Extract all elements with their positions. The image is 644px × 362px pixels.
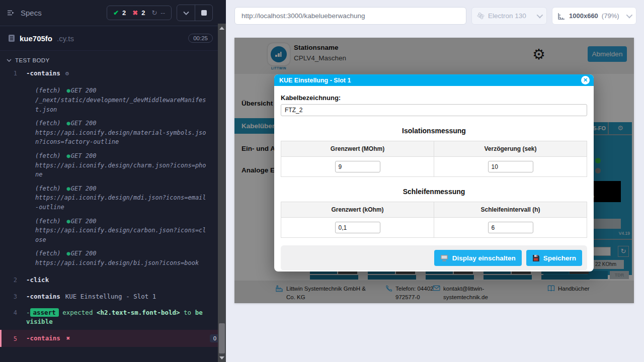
status-dot: ● [67, 87, 70, 94]
specs-icon[interactable] [7, 9, 16, 17]
loop-section-title: Schleifenmessung [281, 188, 587, 196]
command-row[interactable]: 1 -contains⚙ [0, 65, 226, 81]
verzoegerung-input[interactable] [488, 161, 533, 172]
fail-x-icon: ✖ [66, 334, 70, 342]
grenzwert-mohm-input[interactable] [335, 161, 380, 172]
column-header: Grenzwert (MOhm) [281, 141, 434, 157]
fetch-log[interactable]: (fetch)●GET 200 https://api.iconify.desi… [35, 217, 209, 245]
fetch-log[interactable]: (fetch)●GET 200 https://api.iconify.desi… [35, 249, 209, 267]
check-icon: ✔ [113, 9, 119, 17]
column-header: Schleifenintervall (h) [434, 202, 587, 218]
status-dot: ● [67, 120, 70, 127]
failed-command-row[interactable]: 5 -contains✖ 0 [0, 330, 226, 347]
cross-icon: ✖ [132, 9, 138, 17]
url-bar[interactable]: http://localhost:3000/kabelueberwachung [234, 7, 466, 25]
command-name: -contains [26, 293, 60, 300]
reporter-header: Specs ✔ 2 ✖ 2 ↻ -- [0, 0, 226, 26]
app-viewport: LITTWIN Stationsname CPLV4_Maschen ⚙ Abm… [234, 38, 634, 303]
command-row[interactable]: 3 -containsKUE Einstellung - Slot 1 [0, 289, 226, 305]
chevron-down-icon [7, 59, 12, 62]
run-controls [177, 5, 213, 21]
fetch-url: https://api.iconify.design/mdi.json?icon… [35, 193, 209, 212]
fetch-url: https://api.iconify.design/carbon.json?i… [35, 226, 209, 244]
isolation-section-title: Isolationsmessung [281, 127, 587, 135]
specs-label[interactable]: Specs [21, 9, 107, 17]
close-icon[interactable]: ✕ [581, 76, 590, 84]
spec-ext: .cy.ts [57, 34, 184, 43]
schleifenintervall-input[interactable] [488, 222, 533, 233]
status-dot: ● [67, 218, 70, 225]
ruler-icon [557, 12, 566, 20]
fetch-url: /_next/static/development/_devMiddleware… [35, 96, 209, 114]
grenzwert-kohm-input[interactable] [335, 222, 380, 233]
reporter-scrollbar[interactable] [218, 24, 226, 362]
isolation-table: Grenzwert (MOhm) Verzögerung (sek) [281, 141, 587, 177]
stop-icon [201, 10, 207, 16]
command-message: KUE Einstellung - Slot 1 [65, 293, 156, 300]
command-name: -click [26, 276, 221, 285]
kue-settings-modal: KUE Einstellung - Slot 1 ✕ Kabelbezeichn… [274, 74, 594, 272]
scroll-down-arrow[interactable] [219, 356, 224, 359]
modal-title: KUE Einstellung - Slot 1 [279, 77, 581, 84]
stat-passed: ✔ 2 [113, 9, 126, 17]
fetch-log[interactable]: (fetch)●GET 200 /_next/static/developmen… [35, 86, 209, 114]
test-body-section[interactable]: TEST BODY [0, 51, 226, 65]
column-header: Verzögerung (sek) [434, 141, 587, 157]
fetch-log[interactable]: (fetch)●GET 200 https://api.iconify.desi… [35, 151, 209, 179]
fetch-url: https://api.iconify.design/material-symb… [35, 128, 209, 147]
electron-icon [477, 12, 485, 20]
kabelbezeichnung-input[interactable] [281, 104, 587, 116]
gear-icon: ⚙ [65, 70, 69, 77]
spec-duration: 00:25 [188, 34, 213, 43]
display-on-button[interactable]: Display einschalten [434, 250, 522, 266]
test-stats: ✔ 2 ✖ 2 ↻ -- [107, 6, 172, 20]
assert-badge: assert [30, 308, 59, 317]
spec-row[interactable]: kue705fo .cy.ts 00:25 [0, 26, 226, 51]
stop-button[interactable] [195, 5, 212, 21]
chevron-down-icon [537, 12, 543, 19]
status-dot: ● [67, 152, 70, 159]
command-row[interactable]: 2 -click [0, 272, 226, 288]
fetch-url: https://api.iconify.design/bi.json?icons… [35, 258, 209, 268]
floppy-icon [532, 254, 539, 261]
collapse-button[interactable] [177, 5, 195, 21]
save-button[interactable]: Speichern [526, 250, 582, 266]
assert-target: <h2.text-sm.font-bold> [97, 309, 180, 316]
spinner-icon: ↻ [151, 9, 157, 17]
fetch-url: https://api.iconify.design/charm.json?ic… [35, 161, 209, 179]
column-header: Grenzwert (kOhm) [281, 202, 434, 218]
fetch-log[interactable]: (fetch)●GET 200 https://api.iconify.desi… [35, 184, 209, 212]
fetch-log[interactable]: (fetch)●GET 200 https://api.iconify.desi… [35, 119, 209, 147]
stat-pending: ↻ -- [151, 9, 165, 17]
loop-table: Grenzwert (kOhm) Schleifenintervall (h) [281, 202, 587, 238]
kabel-label: Kabelbezeichnung: [281, 94, 587, 102]
chevron-down-icon [626, 12, 633, 19]
spec-file-icon [8, 34, 15, 42]
assert-row[interactable]: 4 -assert expected <h2.text-sm.font-bold… [0, 305, 226, 330]
scroll-up-arrow[interactable] [219, 27, 224, 30]
status-dot: ● [67, 250, 70, 257]
modal-header: KUE Einstellung - Slot 1 ✕ [274, 74, 594, 86]
modal-footer: Display einschalten Speichern [281, 245, 587, 270]
scrollbar-thumb[interactable] [219, 323, 225, 353]
stat-failed: ✖ 2 [132, 9, 145, 17]
status-dot: ● [67, 185, 70, 192]
monitor-icon [440, 254, 448, 261]
command-name: -contains [26, 69, 60, 77]
browser-select[interactable]: Electron 130 [471, 7, 547, 25]
cypress-reporter: Specs ✔ 2 ✖ 2 ↻ -- kue7 [0, 0, 226, 362]
spec-name: kue705fo [20, 34, 52, 43]
viewport-select[interactable]: 1000x660 (79%) [552, 7, 636, 25]
command-name: -contains [26, 334, 60, 342]
